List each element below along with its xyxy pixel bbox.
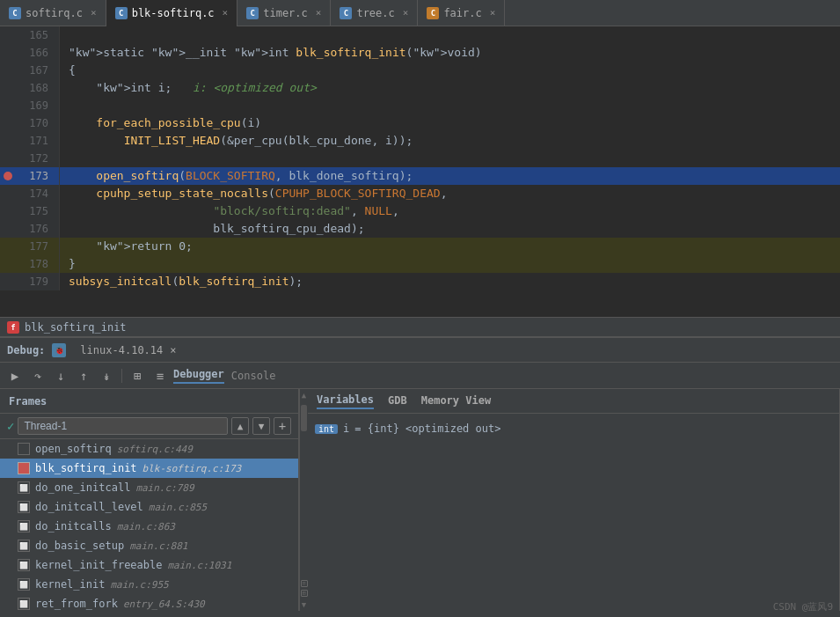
- frame-fn-5: do_basic_setup: [35, 540, 124, 552]
- tab-close-blk-softirq[interactable]: ×: [223, 7, 229, 18]
- frame-icon-2: ⬜: [18, 481, 30, 494]
- tab-memory-view[interactable]: Memory View: [421, 394, 491, 408]
- line-gutter-173: [0, 167, 16, 185]
- tab-tree[interactable]: C tree.c ×: [331, 0, 418, 26]
- toolbar-list-btn[interactable]: ≡: [150, 366, 170, 386]
- debug-session-label: linux-4.10.14: [80, 344, 163, 356]
- line-gutter-170: [0, 114, 16, 132]
- frame-item-2[interactable]: ⬜do_one_initcall main.c:789: [0, 478, 298, 497]
- frame-item-0[interactable]: open_softirq softirq.c:449: [0, 439, 298, 459]
- line-gutter-169: [0, 97, 16, 114]
- thread-dropdown[interactable]: Thread-1: [18, 417, 228, 435]
- tab-blk-softirq[interactable]: C blk-softirq.c ×: [106, 0, 238, 26]
- line-content-169: [60, 97, 76, 114]
- frame-icon-3: ⬜: [18, 501, 30, 513]
- frame-icon-1: [18, 462, 30, 474]
- frame-icon-8: ⬜: [18, 598, 30, 610]
- tab-close-tree[interactable]: ×: [403, 7, 409, 18]
- frame-item-7[interactable]: ⬜kernel_init main.c:955: [0, 575, 298, 594]
- frame-fn-2: do_one_initcall: [35, 481, 130, 494]
- tab-icon-blk-softirq: C: [115, 7, 128, 19]
- tab-gdb[interactable]: GDB: [388, 394, 407, 408]
- hint-bar: f blk_softirq_init: [0, 317, 840, 336]
- tab-debugger[interactable]: Debugger: [173, 368, 224, 384]
- line-num-177: 177: [16, 238, 60, 255]
- tab-fair[interactable]: C fair.c ×: [418, 0, 505, 26]
- debug-session-icon: 🐞: [52, 343, 66, 357]
- frames-header: Frames: [0, 389, 298, 414]
- code-line-166: 166"kw">static "kw">__init "kw">int blk_…: [0, 44, 840, 62]
- toolbar-resume-btn[interactable]: ▶: [5, 366, 25, 386]
- tab-close-softirq[interactable]: ×: [91, 7, 97, 18]
- scroll-icon-1: ≡: [301, 580, 308, 587]
- code-line-165: 165: [0, 26, 840, 44]
- line-num-178: 178: [16, 255, 60, 273]
- toolbar-run-to-cursor-btn[interactable]: ↡: [97, 366, 116, 386]
- frame-icon-7: ⬜: [18, 578, 30, 591]
- tab-label-softirq: softirq.c: [26, 7, 83, 19]
- frame-item-6[interactable]: ⬜kernel_init_freeable main.c:1031: [0, 555, 298, 575]
- line-gutter-177: [0, 238, 16, 255]
- tab-icon-fair: C: [427, 7, 439, 19]
- line-gutter-165: [0, 26, 16, 44]
- frame-loc-7: main.c:955: [110, 579, 168, 591]
- scroll-thumb: [301, 405, 307, 431]
- line-content-172: [60, 150, 76, 167]
- line-num-174: 174: [16, 185, 60, 202]
- debug-title-bar: Debug: 🐞 linux-4.10.14 ×: [0, 338, 840, 363]
- line-gutter-166: [0, 44, 16, 62]
- scroll-icon-2: ⊞: [301, 590, 308, 597]
- line-gutter-171: [0, 132, 16, 150]
- debug-session-close[interactable]: ×: [170, 344, 176, 356]
- scroll-down-btn[interactable]: ▼: [300, 599, 308, 611]
- frame-fn-7: kernel_init: [35, 578, 105, 591]
- frame-fn-8: ret_from_fork: [35, 598, 118, 610]
- frame-loc-5: main.c:881: [129, 540, 187, 552]
- thread-down-btn[interactable]: ▼: [252, 417, 270, 435]
- line-num-166: 166: [16, 44, 60, 62]
- line-gutter-168: [0, 79, 16, 97]
- frame-loc-3: main.c:855: [149, 502, 207, 513]
- toolbar-step-over-btn[interactable]: ↷: [28, 366, 47, 386]
- frame-item-3[interactable]: ⬜do_initcall_level main.c:855: [0, 497, 298, 517]
- debug-toolbar: ▶ ↷ ↓ ↑ ↡ ⊞ ≡ Debugger Console: [0, 363, 840, 389]
- tab-variables[interactable]: Variables: [317, 393, 374, 409]
- code-line-179: 179subsys_initcall(blk_softirq_init);: [0, 273, 840, 290]
- tab-console[interactable]: Console: [231, 370, 276, 382]
- code-line-170: 170 for_each_possible_cpu(i): [0, 114, 840, 132]
- frame-item-4[interactable]: ⬜do_initcalls main.c:863: [0, 517, 298, 536]
- frames-panel: Frames ✓ Thread-1 ▲ ▼ + open_softirq sof…: [0, 389, 299, 611]
- line-content-176: blk_softirq_cpu_dead);: [60, 220, 365, 238]
- frames-scrollbar: ▲ ≡ ⊞ ▼: [299, 389, 308, 611]
- line-num-175: 175: [16, 202, 60, 220]
- line-num-179: 179: [16, 273, 60, 290]
- toolbar-step-out-btn[interactable]: ↑: [74, 366, 93, 386]
- line-gutter-174: [0, 185, 16, 202]
- line-content-171: INIT_LIST_HEAD(&per_cpu(blk_cpu_done, i)…: [60, 132, 413, 150]
- toolbar-grid-btn[interactable]: ⊞: [128, 366, 147, 386]
- tab-label-fair: fair.c: [443, 7, 481, 19]
- frames-section: Frames ✓ Thread-1 ▲ ▼ + open_softirq sof…: [0, 389, 308, 611]
- toolbar-step-into-btn[interactable]: ↓: [51, 366, 70, 386]
- thread-up-btn[interactable]: ▲: [231, 417, 249, 435]
- line-content-174: cpuhp_setup_state_nocalls(CPUHP_BLOCK_SO…: [60, 185, 447, 202]
- tab-close-timer[interactable]: ×: [316, 7, 322, 18]
- scroll-icons: ≡ ⊞: [300, 578, 308, 599]
- frame-loc-1: blk-softirq.c:173: [142, 463, 242, 474]
- tab-timer[interactable]: C timer.c ×: [237, 0, 331, 26]
- line-num-170: 170: [16, 114, 60, 132]
- code-line-174: 174 cpuhp_setup_state_nocalls(CPUHP_BLOC…: [0, 185, 840, 202]
- scroll-up-btn[interactable]: ▲: [300, 389, 308, 401]
- tab-close-fair[interactable]: ×: [490, 7, 496, 18]
- debug-title-label: Debug:: [7, 344, 45, 356]
- thread-add-btn[interactable]: +: [274, 417, 291, 435]
- frame-item-1[interactable]: blk_softirq_init blk-softirq.c:173: [0, 459, 298, 478]
- tab-softirq[interactable]: C softirq.c ×: [0, 0, 106, 26]
- vars-panel: Variables GDB Memory View int i = {int} …: [308, 389, 840, 611]
- code-line-176: 176 blk_softirq_cpu_dead);: [0, 220, 840, 238]
- vars-header: Variables GDB Memory View: [308, 389, 839, 414]
- frame-item-8[interactable]: ⬜ret_from_fork entry_64.S:430: [0, 594, 298, 611]
- line-content-166: "kw">static "kw">__init "kw">int blk_sof…: [60, 44, 482, 62]
- breakpoint-dot-173: [4, 172, 12, 180]
- frame-item-5[interactable]: ⬜do_basic_setup main.c:881: [0, 536, 298, 555]
